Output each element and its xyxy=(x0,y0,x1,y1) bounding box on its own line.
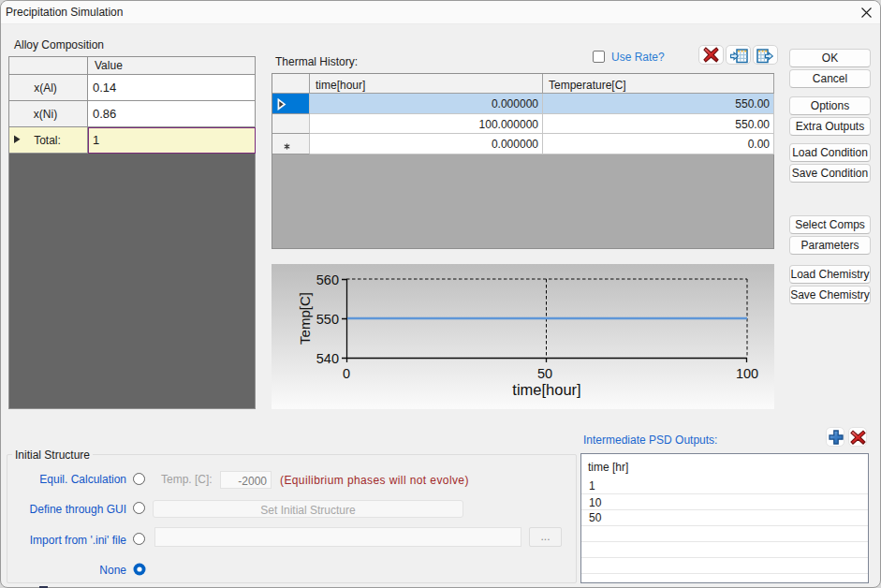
svg-text:550: 550 xyxy=(316,312,339,327)
svg-text:560: 560 xyxy=(316,272,339,287)
svg-text:Temp[C]: Temp[C] xyxy=(297,292,313,345)
svg-text:50: 50 xyxy=(537,366,552,381)
svg-text:540: 540 xyxy=(316,351,339,366)
svg-text:time[hour]: time[hour] xyxy=(512,381,580,398)
svg-text:100: 100 xyxy=(736,366,758,381)
svg-text:0: 0 xyxy=(343,366,350,381)
